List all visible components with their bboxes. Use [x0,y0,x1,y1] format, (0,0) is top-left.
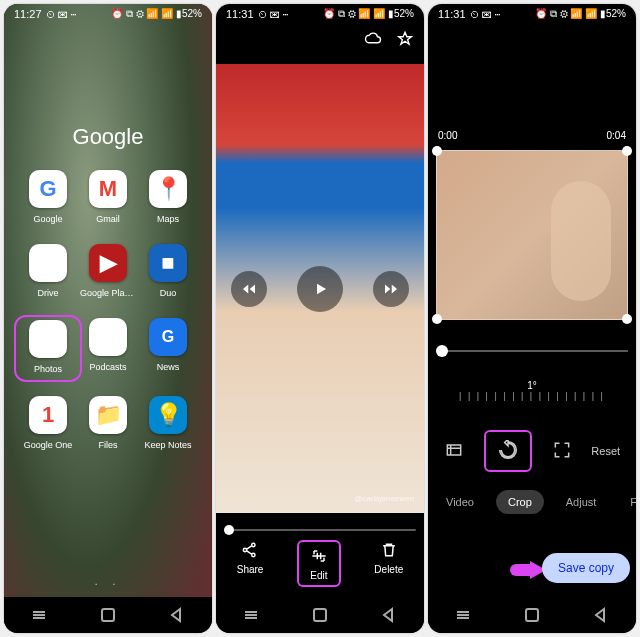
app-google-one[interactable]: 1 Google One [20,396,76,450]
status-right-icons: ⏰ ⧉ ⚙ 📶 📶 ▮52% [535,8,626,20]
svg-rect-0 [102,609,114,621]
status-time: 11:31 [438,8,466,20]
crop-handle-tl[interactable] [432,146,442,156]
time-row: 0:00 0:04 [428,130,636,141]
rewind-button[interactable] [231,271,267,307]
nav-home-icon[interactable] [311,606,329,624]
edit-label: Edit [310,570,327,581]
status-right-icons: ⏰ ⧉ ⚙ 📶 📶 ▮52% [111,8,202,20]
play-timeline[interactable] [436,350,628,352]
nav-recent-icon[interactable] [242,606,260,624]
nav-bar [4,597,212,633]
maps-icon: 📍 [149,170,187,208]
rotate-icon[interactable] [484,430,532,472]
photos-icon: ✿ [29,320,67,358]
app-label: News [157,362,180,372]
reset-button[interactable]: Reset [591,445,620,457]
play-movies-icon: ▶ [89,244,127,282]
share-button[interactable]: Share [237,540,264,587]
folder-title: Google [14,124,202,150]
app-label: Photos [34,364,62,374]
duo-icon: ■ [149,244,187,282]
app-label: Google One [24,440,73,450]
app-label: Files [98,440,117,450]
app-drive[interactable]: ◢ Drive [20,244,76,298]
nav-recent-icon[interactable] [30,606,48,624]
share-label: Share [237,564,264,575]
aspect-icon[interactable] [444,440,464,462]
watermark: @carlajaneewen [354,494,414,503]
nav-bar [428,597,636,633]
delete-button[interactable]: Delete [374,540,403,587]
gmail-icon: M [89,170,127,208]
ruler-value: 1° [428,380,636,391]
app-label: Duo [160,288,177,298]
app-duo[interactable]: ■ Duo [140,244,196,298]
files-icon: 📁 [89,396,127,434]
phone-player: 11:31 ⏲ ✉ ⋯ ⏰ ⧉ ⚙ 📶 📶 ▮52% @carlajaneewe… [216,4,424,633]
phone-home: 11:27 ⏲ ✉ ⋯ ⏰ ⧉ ⚙ 📶 📶 ▮52% Google G Goog… [4,4,212,633]
nav-back-icon[interactable] [592,606,610,624]
delete-label: Delete [374,564,403,575]
app-label: Gmail [96,214,120,224]
home-screen: Google G Google M Gmail 📍 Maps ◢ Drive ▶… [4,4,212,633]
app-maps[interactable]: 📍 Maps [140,170,196,224]
time-start: 0:00 [438,130,457,141]
app-podcasts[interactable]: ⋮⋮ Podcasts [80,318,136,376]
nav-bar [216,597,424,633]
straighten-ruler[interactable]: 1° | | | | | | | | | | | | | | | | | [428,380,636,401]
nav-back-icon[interactable] [380,606,398,624]
app-label: Drive [37,288,58,298]
app-photos[interactable]: ✿ Photos [22,320,74,374]
crop-handle-bl[interactable] [432,314,442,324]
crop-frame[interactable] [436,150,628,320]
app-label: Maps [157,214,179,224]
svg-point-1 [243,548,246,551]
highlight-photos: ✿ Photos [14,315,82,382]
app-news[interactable]: G News [140,318,196,376]
nav-back-icon[interactable] [168,606,186,624]
phone-editor: 11:31 ⏲ ✉ ⋯ ⏰ ⧉ ⚙ 📶 📶 ▮52% 0:00 0:04 1° … [428,4,636,633]
svg-point-2 [252,543,255,546]
app-gmail[interactable]: M Gmail [80,170,136,224]
status-left-icons: ⏲ ✉ ⋯ [258,9,289,20]
tab-adjust[interactable]: Adjust [554,490,609,514]
play-button[interactable] [297,266,343,312]
podcasts-icon: ⋮⋮ [89,318,127,356]
tab-crop[interactable]: Crop [496,490,544,514]
status-bar: 11:27 ⏲ ✉ ⋯ ⏰ ⧉ ⚙ 📶 📶 ▮52% [4,4,212,24]
crop-handle-tr[interactable] [622,146,632,156]
svg-point-3 [252,553,255,556]
crop-tool-row: Reset [428,430,636,472]
crop-handle-br[interactable] [622,314,632,324]
status-left-icons: ⏲ ✉ ⋯ [470,9,501,20]
app-files[interactable]: 📁 Files [80,396,136,450]
app-google[interactable]: G Google [20,170,76,224]
save-copy-button[interactable]: Save copy [542,553,630,583]
app-label: Google Play Mo... [80,288,136,298]
nav-recent-icon[interactable] [454,606,472,624]
cloud-icon[interactable] [364,30,382,50]
tab-video[interactable]: Video [434,490,486,514]
time-end: 0:04 [607,130,626,141]
app-keep-notes[interactable]: 💡 Keep Notes [140,396,196,450]
app-label: Google [33,214,62,224]
pager-dots: . . [4,576,212,587]
expand-icon[interactable] [552,440,572,462]
nav-home-icon[interactable] [523,606,541,624]
tab-row: Video Crop Adjust Fil [428,490,636,514]
svg-rect-6 [526,609,538,621]
crop-editor: 0:00 0:04 1° | | | | | | | | | | | | | |… [428,30,636,597]
app-play-movies[interactable]: ▶ Google Play Mo... [80,244,136,298]
forward-button[interactable] [373,271,409,307]
status-time: 11:27 [14,8,42,20]
video-preview[interactable] [216,64,424,513]
star-icon[interactable] [396,30,414,50]
status-right-icons: ⏰ ⧉ ⚙ 📶 📶 ▮52% [323,8,414,20]
bottom-actions: Share Edit Delete [216,530,424,597]
status-bar: 11:31 ⏲ ✉ ⋯ ⏰ ⧉ ⚙ 📶 📶 ▮52% [428,4,636,24]
app-label: Keep Notes [144,440,191,450]
nav-home-icon[interactable] [99,606,117,624]
tab-filters[interactable]: Fil [618,490,636,514]
edit-button[interactable]: Edit [297,540,341,587]
